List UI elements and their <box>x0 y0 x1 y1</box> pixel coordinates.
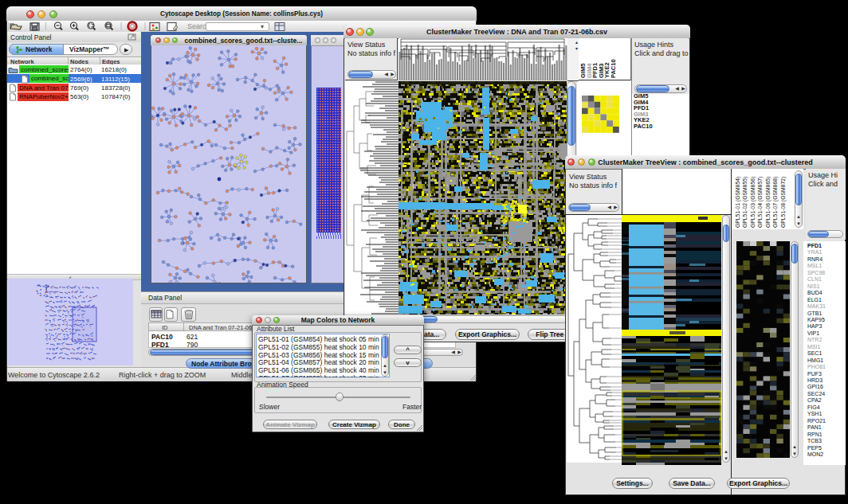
svg-text:GPL51-04 (GSM857): GPL51-04 (GSM857) <box>757 177 764 228</box>
svg-text:GPL51-07 (GSM868): GPL51-07 (GSM868) <box>772 177 779 228</box>
svg-text:GPL51-02 (GSM855): GPL51-02 (GSM855) <box>742 177 748 228</box>
svg-text:PAC10: PAC10 <box>610 59 617 78</box>
svg-text:GPL51-08 (GSM872): GPL51-08 (GSM872) <box>780 177 787 228</box>
svg-text:GPL51-06 (GSM865): GPL51-06 (GSM865) <box>765 177 771 228</box>
svg-text:GPL51-03 (GSM856): GPL51-03 (GSM856) <box>750 177 756 228</box>
svg-text:GPL51-01 (GSM854): GPL51-01 (GSM854) <box>735 177 741 228</box>
